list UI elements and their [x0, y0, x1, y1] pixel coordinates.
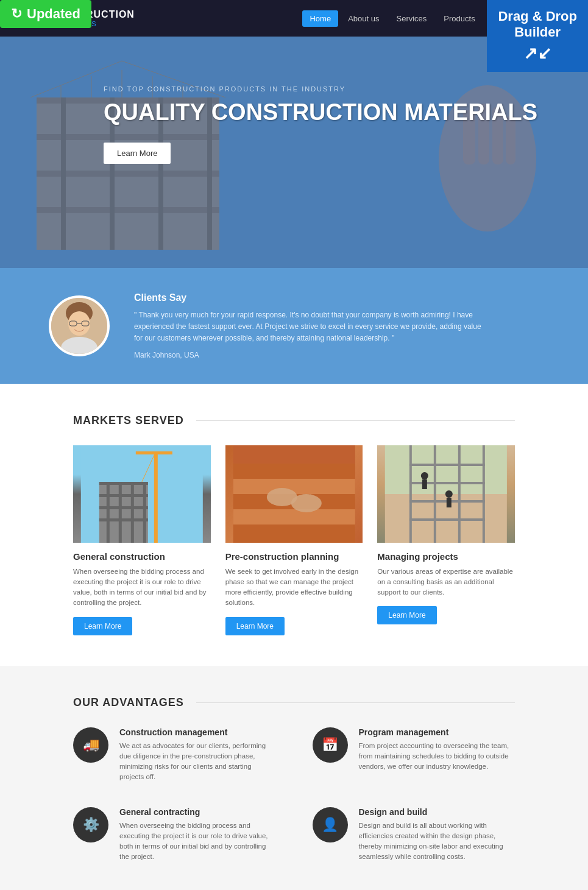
advantage-item-4: 👤 Design and build Design and build is a…	[313, 807, 515, 863]
svg-rect-62	[422, 479, 427, 489]
advantage-title-3: General contracting	[119, 807, 276, 817]
hero-title: QUALITY CONSTRUCTION MATERIALS	[104, 100, 588, 125]
svg-point-50	[291, 494, 321, 512]
market-card-2-desc: We seek to get involved early in the des…	[225, 567, 363, 609]
arrows-icon: ↗↙	[523, 43, 551, 64]
markets-grid: General construction When overseeing the…	[73, 445, 515, 635]
updated-label: Updated	[27, 6, 80, 22]
svg-rect-55	[458, 445, 461, 543]
refresh-icon: ↻	[11, 6, 22, 22]
advantage-title-2: Program management	[359, 727, 515, 737]
testimonial-section: Clients Say " Thank you very much for yo…	[0, 268, 588, 384]
advantage-desc-1: We act as advocates for our clients, per…	[119, 741, 276, 783]
market-card-3-desc: Our various areas of expertise are avail…	[377, 567, 515, 598]
advantage-desc-4: Design and build is all about working wi…	[359, 821, 515, 863]
advantage-text-4: Design and build Design and build is all…	[359, 807, 515, 863]
svg-point-61	[421, 472, 428, 479]
avatar-image	[51, 298, 107, 354]
avatar	[49, 295, 110, 356]
advantage-desc-3: When overseeing the bidding process and …	[119, 821, 276, 863]
market-card-1-btn[interactable]: Learn More	[73, 617, 132, 635]
updated-badge: ↻ Updated	[0, 0, 91, 28]
svg-rect-38	[131, 482, 134, 543]
svg-rect-41	[136, 451, 172, 454]
advantages-section: OUR ADVANTAGES 🚚 Construction management…	[0, 666, 588, 890]
markets-section: MARKETS SERVED	[0, 384, 588, 666]
advantage-text-1: Construction management We act as advoca…	[119, 727, 276, 783]
advantages-grid: 🚚 Construction management We act as advo…	[73, 727, 515, 863]
svg-rect-53	[409, 445, 412, 543]
nav-products[interactable]: Products	[436, 10, 482, 27]
market-card-2-title: Pre-construction planning	[225, 551, 363, 562]
clients-say-heading: Clients Say	[134, 292, 487, 303]
testimonial-quote: " Thank you very much for your rapid res…	[134, 309, 487, 345]
svg-rect-60	[409, 518, 485, 521]
advantage-icon-1: 🚚	[73, 727, 108, 763]
svg-rect-56	[483, 445, 485, 543]
hero-subtitle: FIND TOP CONSTRUCTION PRODUCTS IN THE IN…	[104, 85, 588, 93]
svg-rect-57	[409, 464, 485, 466]
advantage-desc-2: From project accounting to overseeing th…	[359, 741, 515, 772]
market-card-3-btn[interactable]: Learn More	[377, 606, 436, 624]
market-img-1	[73, 445, 211, 543]
market-card-1-desc: When overseeing the bidding process and …	[73, 567, 211, 609]
svg-rect-37	[119, 482, 122, 543]
market-img-3	[377, 445, 515, 543]
hero-learn-more-button[interactable]: Learn More	[104, 143, 171, 164]
market-img-2	[225, 445, 363, 543]
advantage-item-2: 📅 Program management From project accoun…	[313, 727, 515, 783]
market-card-2-btn[interactable]: Learn More	[225, 617, 285, 635]
svg-rect-54	[434, 445, 436, 543]
nav-home[interactable]: Home	[302, 10, 338, 27]
svg-point-63	[445, 490, 453, 498]
svg-rect-64	[447, 498, 452, 507]
market-card-1: General construction When overseeing the…	[73, 445, 211, 635]
dnd-line2: Builder	[514, 24, 561, 40]
markets-title: MARKETS SERVED	[73, 414, 515, 427]
advantage-icon-2: 📅	[313, 727, 348, 763]
advantage-icon-4: 👤	[313, 807, 348, 842]
market-card-3: Managing projects Our various areas of e…	[377, 445, 515, 635]
advantage-title-4: Design and build	[359, 807, 515, 817]
market-card-3-title: Managing projects	[377, 551, 515, 562]
svg-rect-58	[409, 482, 485, 484]
svg-rect-39	[143, 482, 146, 543]
advantages-title: OUR ADVANTAGES	[73, 696, 515, 709]
advantage-item-3: ⚙️ General contracting When overseeing t…	[73, 807, 276, 863]
testimonial-author: Mark Johnson, USA	[134, 351, 487, 359]
dnd-line1: Drag & Drop	[498, 9, 577, 24]
advantage-icon-3: ⚙️	[73, 807, 108, 842]
dnd-badge: Drag & Drop Builder ↗↙	[487, 0, 588, 72]
advantage-text-2: Program management From project accounti…	[359, 727, 515, 772]
nav-services[interactable]: Services	[389, 10, 434, 27]
svg-rect-36	[107, 482, 110, 543]
svg-rect-40	[154, 451, 158, 543]
advantage-text-3: General contracting When overseeing the …	[119, 807, 276, 863]
svg-rect-52	[385, 445, 507, 494]
advantage-title-1: Construction management	[119, 727, 276, 737]
svg-rect-48	[233, 524, 355, 543]
market-card-1-title: General construction	[73, 551, 211, 562]
market-card-2: Pre-construction planning We seek to get…	[225, 445, 363, 635]
advantage-item-1: 🚚 Construction management We act as advo…	[73, 727, 276, 783]
testimonial-content: Clients Say " Thank you very much for yo…	[134, 292, 487, 359]
nav-about[interactable]: About us	[341, 10, 386, 27]
